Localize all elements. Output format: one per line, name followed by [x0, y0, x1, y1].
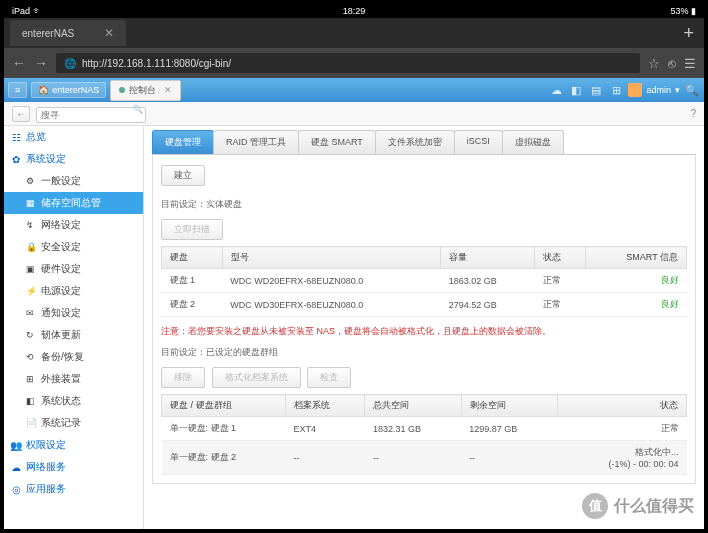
section-label-physical: 目前设定：实体硬盘 [161, 198, 687, 211]
sidebar-item-notify[interactable]: ✉通知设定 [4, 302, 143, 324]
sidebar-cat-overview[interactable]: ☷总览 [4, 126, 143, 148]
bookmark-icon[interactable]: ☆ [648, 56, 660, 71]
tab-title: entererNAS [22, 28, 74, 39]
sidebar-item-external[interactable]: ⊞外接装置 [4, 368, 143, 390]
back-button[interactable]: ← [12, 55, 26, 71]
sidebar-cat-appservice[interactable]: ◎应用服务 [4, 478, 143, 500]
gear-icon: ✿ [10, 154, 22, 165]
menu-button[interactable]: ≡ [8, 82, 27, 98]
sidebar-item-firmware[interactable]: ↻韧体更新 [4, 324, 143, 346]
warning-note: 注意：若您要安装之硬盘从未被安装至 NAS，硬盘将会自动被格式化，且硬盘上的数据… [161, 325, 687, 338]
scan-button[interactable]: 立即扫描 [161, 219, 223, 240]
sidebar-item-hardware[interactable]: ▣硬件设定 [4, 258, 143, 280]
tab-smart[interactable]: 硬盘 SMART [298, 130, 376, 154]
check-button[interactable]: 检查 [307, 367, 351, 388]
remove-button[interactable]: 移除 [161, 367, 205, 388]
close-tab-icon[interactable]: ✕ [104, 26, 114, 40]
tab-bar: 硬盘管理 RAID 管理工具 硬盘 SMART 文件系统加密 iSCSI 虚拟磁… [152, 130, 696, 155]
users-icon: 👥 [10, 440, 22, 451]
url-text: http://192.168.1.111:8080/cgi-bin/ [82, 58, 231, 69]
network-icon[interactable]: ⊞ [608, 84, 624, 97]
search-input[interactable] [36, 107, 146, 123]
format-button[interactable]: 格式化档案系统 [212, 367, 301, 388]
browser-tab[interactable]: entererNAS ✕ [10, 20, 126, 46]
home-button[interactable]: 🏠 entererNAS [31, 82, 106, 98]
window-tab[interactable]: 控制台 ✕ [110, 80, 181, 101]
sidebar-item-security[interactable]: 🔒安全设定 [4, 236, 143, 258]
sidebar-item-network[interactable]: ↯网络设定 [4, 214, 143, 236]
table-row[interactable]: 单一硬盘: 硬盘 2------格式化中... (-1%) - 00: 00: … [162, 441, 687, 475]
sidebar-item-power[interactable]: ⚡电源设定 [4, 280, 143, 302]
table-row[interactable]: 硬盘 1WDC WD20EFRX-68EUZN080.01863.02 GB正常… [162, 269, 687, 293]
table-row[interactable]: 硬盘 2WDC WD30EFRX-68EUZN080.02794.52 GB正常… [162, 293, 687, 317]
table-row[interactable]: 单一硬盘: 硬盘 1EXT41832.31 GB1299.87 GB正常 [162, 417, 687, 441]
section-label-groups: 目前设定：已设定的硬盘群组 [161, 346, 687, 359]
sidebar-item-storage[interactable]: ▦储存空间总管 [4, 192, 143, 214]
tab-encrypt[interactable]: 文件系统加密 [375, 130, 455, 154]
sidebar-item-status[interactable]: ◧系统状态 [4, 390, 143, 412]
sidebar-cat-netservice[interactable]: ☁网络服务 [4, 456, 143, 478]
dashboard-icon[interactable]: ◧ [568, 84, 584, 97]
sidebar: ☷总览 ✿系统设定 ⚙一般设定 ▦储存空间总管 ↯网络设定 🔒安全设定 ▣硬件设… [4, 126, 144, 529]
tabs-icon[interactable]: ☰ [684, 56, 696, 71]
watermark: 值 什么值得买 [582, 493, 694, 519]
tab-raid[interactable]: RAID 管理工具 [213, 130, 299, 154]
cloud-icon: ☁ [10, 462, 22, 473]
main-panel: 硬盘管理 RAID 管理工具 硬盘 SMART 文件系统加密 iSCSI 虚拟磁… [144, 126, 704, 529]
battery: 53% ▮ [670, 6, 696, 16]
browser-tabstrip: entererNAS ✕ + [4, 18, 704, 48]
tab-iscsi[interactable]: iSCSI [454, 130, 503, 154]
admin-menu[interactable]: admin ▾ [628, 83, 680, 97]
sidebar-item-general[interactable]: ⚙一般设定 [4, 170, 143, 192]
browser-toolbar: ← → 🌐 http://192.168.1.111:8080/cgi-bin/… [4, 48, 704, 78]
globe-icon: 🌐 [64, 58, 76, 69]
group-table: 硬盘 / 硬盘群组档案系统总共空间剩余空间状态 单一硬盘: 硬盘 1EXT418… [161, 394, 687, 475]
storage-icon[interactable]: ▤ [588, 84, 604, 97]
overview-icon: ☷ [10, 132, 22, 143]
close-icon[interactable]: ✕ [164, 85, 172, 95]
tab-disk-mgmt[interactable]: 硬盘管理 [152, 130, 214, 154]
new-tab-button[interactable]: + [683, 23, 694, 44]
app-topbar: ≡ 🏠 entererNAS 控制台 ✕ ☁ ◧ ▤ ⊞ admin ▾ 🔍 [4, 78, 704, 102]
tab-icon [119, 87, 125, 93]
sidebar-cat-system[interactable]: ✿系统设定 [4, 148, 143, 170]
ipad-label: iPad ᯤ [12, 6, 42, 16]
lock-icon: 🔒 [26, 242, 36, 252]
share-icon[interactable]: ⎋ [668, 56, 676, 71]
clock: 18:29 [343, 6, 366, 16]
avatar [628, 83, 642, 97]
sidebar-cat-privilege[interactable]: 👥权限设定 [4, 434, 143, 456]
address-bar[interactable]: 🌐 http://192.168.1.111:8080/cgi-bin/ [56, 53, 640, 73]
help-icon[interactable]: ? [690, 108, 696, 119]
search-icon[interactable]: 🔍 [684, 84, 700, 97]
tab-virtual[interactable]: 虚拟磁盘 [502, 130, 564, 154]
sidebar-item-backup[interactable]: ⟲备份/恢复 [4, 346, 143, 368]
cloud-icon[interactable]: ☁ [548, 84, 564, 97]
forward-button[interactable]: → [34, 55, 48, 71]
search-toolbar: ← ? [4, 102, 704, 126]
sidebar-item-logs[interactable]: 📄系统记录 [4, 412, 143, 434]
ios-status-bar: iPad ᯤ 18:29 53% ▮ [4, 4, 704, 18]
create-button[interactable]: 建立 [161, 165, 205, 186]
disk-table: 硬盘型号容量状态SMART 信息 硬盘 1WDC WD20EFRX-68EUZN… [161, 246, 687, 317]
back-panel-button[interactable]: ← [12, 106, 30, 122]
chevron-down-icon: ▾ [675, 85, 680, 95]
